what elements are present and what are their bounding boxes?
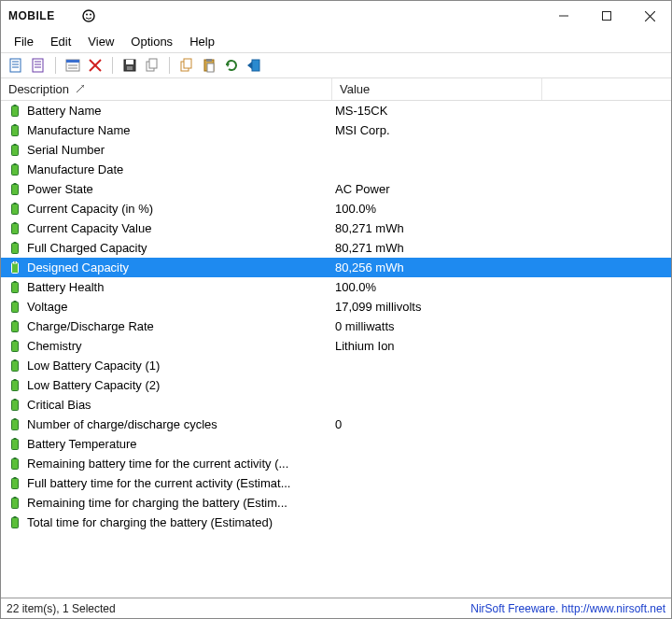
svg-rect-65 (14, 379, 17, 381)
svg-rect-8 (10, 59, 21, 72)
svg-rect-37 (14, 105, 17, 106)
column-header-description[interactable]: Description (1, 78, 332, 100)
properties-icon[interactable] (63, 56, 82, 75)
table-row[interactable]: Full battery time for the current activi… (1, 473, 671, 493)
sort-indicator-icon (77, 84, 84, 94)
svg-rect-69 (14, 418, 17, 420)
table-row[interactable]: Serial Number (1, 140, 671, 160)
svg-rect-60 (12, 341, 19, 351)
battery-icon (8, 320, 21, 333)
table-row[interactable]: Current Capacity (in %)100.0% (1, 199, 671, 218)
battery-icon (8, 301, 21, 314)
svg-rect-24 (127, 66, 133, 70)
svg-rect-30 (206, 59, 212, 62)
menu-options[interactable]: Options (123, 33, 180, 50)
table-row[interactable]: Current Capacity Value80,271 mWh (1, 218, 671, 238)
menu-help[interactable]: Help (182, 33, 222, 50)
table-row[interactable]: Manufacture NameMSI Corp. (1, 120, 671, 140)
menu-edit[interactable]: Edit (43, 33, 78, 50)
svg-rect-5 (603, 12, 611, 21)
svg-rect-71 (14, 438, 17, 440)
refresh-icon[interactable] (222, 56, 241, 75)
svg-rect-23 (126, 60, 133, 64)
window-controls (542, 2, 671, 30)
exit-icon[interactable] (245, 56, 263, 75)
svg-rect-63 (14, 359, 17, 361)
toolbar-sep (112, 57, 113, 74)
row-description: Chemistry (27, 339, 335, 353)
svg-rect-67 (14, 399, 17, 401)
page-icon[interactable] (7, 56, 25, 75)
svg-rect-51 (14, 242, 17, 244)
table-row[interactable]: Number of charge/discharge cycles0 (1, 415, 671, 434)
close-button[interactable] (628, 2, 671, 30)
battery-icon (8, 281, 21, 294)
table-row[interactable]: Manufacture Date (1, 160, 671, 179)
svg-rect-39 (14, 124, 17, 126)
table-row[interactable]: ChemistryLithium Ion (1, 336, 671, 356)
copy-icon[interactable] (143, 56, 161, 75)
battery-icon (8, 203, 21, 216)
battery-icon (8, 497, 21, 510)
svg-rect-64 (12, 380, 19, 390)
row-description: Voltage (27, 300, 335, 314)
battery-icon (8, 438, 21, 451)
svg-rect-36 (12, 106, 19, 116)
svg-rect-54 (12, 282, 19, 292)
row-value: 0 milliwatts (335, 319, 671, 333)
row-description: Designed Capacity (27, 260, 335, 274)
column-header-value[interactable]: Value (332, 78, 542, 100)
svg-rect-44 (12, 184, 19, 194)
notes-icon[interactable] (29, 56, 48, 75)
table-row[interactable]: Charge/Discharge Rate0 milliwatts (1, 317, 671, 336)
minimize-button[interactable] (542, 2, 585, 30)
svg-rect-73 (14, 457, 17, 459)
svg-rect-72 (12, 458, 19, 469)
svg-rect-42 (12, 164, 19, 175)
battery-icon (8, 399, 21, 412)
menu-view[interactable]: View (80, 33, 121, 50)
table-row[interactable]: Critical Bias (1, 395, 671, 415)
row-value: MS-15CK (335, 104, 671, 118)
table-row[interactable]: Total time for charging the battery (Est… (1, 513, 671, 532)
battery-icon (8, 144, 21, 157)
svg-rect-58 (12, 321, 19, 331)
svg-rect-40 (12, 145, 19, 155)
table-row[interactable]: Low Battery Capacity (2) (1, 375, 671, 395)
table-row[interactable]: Remaining battery time for the current a… (1, 454, 671, 473)
svg-rect-55 (14, 281, 17, 283)
paste-icon[interactable] (200, 56, 218, 75)
table-row[interactable]: Full Charged Capacity80,271 mWh (1, 238, 671, 258)
table-row[interactable]: Designed Capacity80,256 mWh (1, 258, 671, 277)
svg-rect-68 (12, 419, 19, 429)
copy2-icon[interactable] (177, 56, 196, 75)
svg-rect-41 (14, 144, 17, 146)
column-header-label: Value (340, 82, 370, 96)
svg-rect-77 (14, 497, 17, 499)
menu-file[interactable]: File (7, 33, 41, 50)
table-row[interactable]: Battery Health100.0% (1, 277, 671, 297)
row-description: Full battery time for the current activi… (27, 476, 335, 490)
row-value: 80,271 mWh (335, 221, 671, 235)
svg-rect-76 (12, 498, 19, 508)
table-row[interactable]: Battery Temperature (1, 434, 671, 454)
table-row[interactable]: Remaining time for charging the battery … (1, 493, 671, 513)
status-right: NirSoft Freeware. http://www.nirsoft.net (470, 602, 665, 615)
svg-rect-52 (12, 262, 19, 273)
delete-icon[interactable] (86, 56, 105, 75)
row-description: Manufacture Name (27, 123, 335, 137)
maximize-button[interactable] (585, 2, 628, 30)
table-row[interactable]: Voltage17,099 millivolts (1, 297, 671, 317)
svg-rect-49 (14, 222, 17, 224)
battery-icon (8, 359, 21, 373)
table-row[interactable]: Battery NameMS-15CK (1, 101, 671, 120)
save-icon[interactable] (120, 56, 139, 75)
statusbar: 22 item(s), 1 Selected NirSoft Freeware.… (1, 598, 671, 618)
svg-rect-59 (14, 320, 17, 322)
toolbar-sep (55, 57, 56, 74)
list-view[interactable]: Battery NameMS-15CK Manufacture NameMSI … (1, 101, 671, 598)
table-row[interactable]: Low Battery Capacity (1) (1, 356, 671, 375)
svg-rect-57 (14, 301, 17, 302)
table-row[interactable]: Power StateAC Power (1, 179, 671, 199)
svg-rect-12 (33, 59, 43, 72)
